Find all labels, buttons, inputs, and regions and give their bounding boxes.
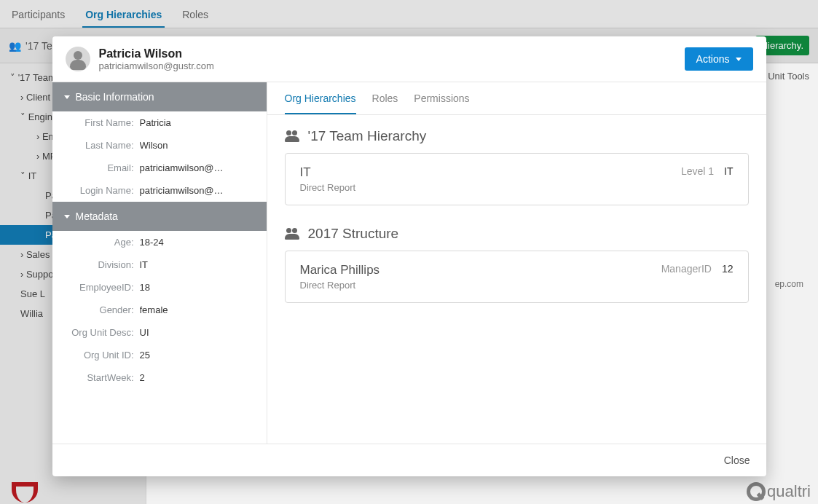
detail-tab-permissions[interactable]: Permissions bbox=[414, 92, 469, 114]
close-button[interactable]: Close bbox=[724, 454, 750, 466]
field-login: Login Name: patriciamwilson@… bbox=[52, 179, 267, 202]
card-title: Marica Phillips bbox=[300, 263, 380, 277]
card-subtitle: Direct Report bbox=[300, 280, 380, 291]
field-age: Age: 18-24 bbox=[52, 231, 267, 253]
chevron-down-icon bbox=[736, 58, 742, 61]
field-employee-id: EmployeeID: 18 bbox=[52, 276, 267, 299]
hierarchy-1-card[interactable]: IT Direct Report Level 1 IT bbox=[285, 153, 749, 205]
modal-header: Patricia Wilson patriciamwilson@gustr.co… bbox=[52, 36, 766, 82]
field-first-name: First Name: Patricia bbox=[52, 111, 267, 134]
hierarchy-1-title: '17 Team Hierarchy bbox=[285, 128, 749, 144]
field-division: Division: IT bbox=[52, 253, 267, 276]
avatar-icon bbox=[66, 47, 90, 71]
card-right-label: ManagerID bbox=[661, 263, 712, 275]
metadata-header[interactable]: Metadata bbox=[52, 202, 267, 231]
modal-footer: Close bbox=[52, 444, 766, 476]
hierarchy-2-title: 2017 Structure bbox=[285, 226, 749, 242]
field-org-unit-desc: Org Unit Desc: UI bbox=[52, 321, 267, 344]
actions-button[interactable]: Actions bbox=[685, 47, 753, 71]
detail-tab-org-hierarchies[interactable]: Org Hierarchies bbox=[285, 92, 356, 114]
hierarchy-2-card[interactable]: Marica Phillips Direct Report ManagerID … bbox=[285, 251, 749, 303]
participant-email: patriciamwilson@gustr.com bbox=[99, 60, 685, 71]
people-icon bbox=[285, 130, 301, 142]
participant-name: Patricia Wilson bbox=[99, 47, 685, 60]
field-org-unit-id: Org Unit ID: 25 bbox=[52, 344, 267, 366]
detail-tabs: Org Hierarchies Roles Permissions bbox=[267, 82, 766, 115]
card-right-value: IT bbox=[724, 165, 733, 177]
card-subtitle: Direct Report bbox=[300, 182, 356, 193]
field-email: Email: patriciamwilson@… bbox=[52, 157, 267, 179]
chevron-down-icon bbox=[64, 215, 70, 218]
field-gender: Gender: female bbox=[52, 299, 267, 321]
basic-info-header[interactable]: Basic Information bbox=[52, 82, 267, 111]
card-title: IT bbox=[300, 165, 356, 180]
field-start-week: StartWeek: 2 bbox=[52, 366, 267, 389]
card-right-label: Level 1 bbox=[681, 165, 714, 177]
main-panel: Org Hierarchies Roles Permissions '17 Te… bbox=[267, 82, 766, 444]
card-right-value: 12 bbox=[722, 263, 734, 275]
chevron-down-icon bbox=[64, 95, 70, 99]
participant-detail-modal: Patricia Wilson patriciamwilson@gustr.co… bbox=[52, 36, 766, 476]
field-last-name: Last Name: Wilson bbox=[52, 134, 267, 157]
people-icon bbox=[285, 228, 301, 240]
modal-overlay: Patricia Wilson patriciamwilson@gustr.co… bbox=[0, 0, 818, 504]
side-panel: Basic Information First Name: Patricia L… bbox=[52, 82, 267, 444]
detail-tab-roles[interactable]: Roles bbox=[372, 92, 398, 114]
